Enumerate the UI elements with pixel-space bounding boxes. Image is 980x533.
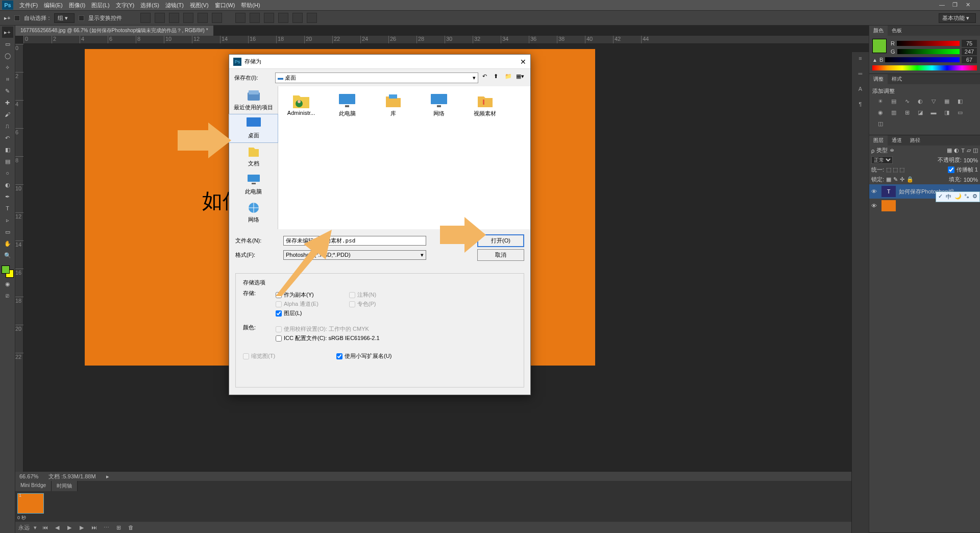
person-icon[interactable]: °ₒ: [965, 193, 969, 201]
blur-tool[interactable]: ○: [2, 167, 13, 179]
lock-all-icon[interactable]: 🔒: [906, 176, 914, 183]
align-icon-3[interactable]: [169, 13, 179, 23]
dist-icon-2[interactable]: [250, 13, 260, 23]
zoom-level[interactable]: 66.67%: [19, 473, 38, 479]
character-icon[interactable]: A: [854, 86, 867, 96]
icc-checkbox[interactable]: [276, 335, 282, 342]
tab-layers[interactable]: 图层: [869, 135, 888, 146]
loop-label[interactable]: 永远: [18, 524, 30, 531]
place-computer[interactable]: 此电脑: [229, 171, 278, 199]
blend-mode-dropdown[interactable]: 正常: [871, 156, 893, 164]
gradient-map-icon[interactable]: ▭: [955, 109, 965, 117]
posterize-icon[interactable]: ▬: [928, 109, 939, 117]
photo-filter-icon[interactable]: ◉: [875, 109, 886, 117]
g-value[interactable]: 247: [962, 48, 977, 55]
dodge-tool[interactable]: ◐: [2, 179, 13, 190]
menu-window[interactable]: 窗口(W): [212, 1, 238, 10]
propagate-checkbox[interactable]: [948, 166, 954, 173]
char-icon[interactable]: ═: [854, 70, 867, 81]
move-tool[interactable]: ▸+: [2, 27, 13, 38]
dist-icon-4[interactable]: [278, 13, 288, 23]
gear-icon[interactable]: ⚙: [972, 193, 977, 201]
filter-adj-icon[interactable]: ◐: [954, 147, 959, 154]
first-frame-icon[interactable]: ⏮: [41, 523, 49, 531]
tab-styles[interactable]: 样式: [888, 74, 906, 84]
g-slider[interactable]: [897, 49, 960, 54]
visibility-icon[interactable]: 👁: [871, 188, 878, 195]
auto-select-dropdown[interactable]: 组 ▾: [54, 13, 75, 23]
mixer-icon[interactable]: ▥: [889, 109, 899, 117]
menu-type[interactable]: 文字(Y): [113, 1, 138, 10]
menu-image[interactable]: 图像(I): [66, 1, 88, 10]
minimize-icon[interactable]: —: [939, 2, 946, 9]
curves-icon[interactable]: ∿: [902, 98, 912, 106]
lock-pos-icon[interactable]: ✢: [900, 176, 904, 183]
gradient-tool[interactable]: ▤: [2, 156, 13, 167]
filter-type-icon[interactable]: T: [961, 148, 965, 154]
menu-help[interactable]: 帮助(H): [238, 1, 263, 10]
color-swatch[interactable]: [872, 39, 887, 53]
workspace-dropdown[interactable]: 基本功能 ▾: [939, 13, 976, 23]
menu-file[interactable]: 文件(F): [16, 1, 41, 10]
b-value[interactable]: 67: [962, 56, 977, 63]
align-icon-2[interactable]: [155, 13, 165, 23]
play-icon[interactable]: ▶: [65, 523, 74, 531]
hue-icon[interactable]: ▦: [942, 98, 952, 106]
dist-icon-1[interactable]: [235, 13, 246, 23]
filter-shape-icon[interactable]: ▱: [967, 147, 971, 154]
tab-channels[interactable]: 通道: [888, 135, 906, 146]
close-icon[interactable]: ✕: [520, 58, 526, 66]
align-icon-5[interactable]: [198, 13, 208, 23]
view-icon[interactable]: ▦▾: [516, 73, 525, 82]
tab-swatches[interactable]: 色板: [888, 26, 906, 36]
wand-tool[interactable]: ✧: [2, 62, 13, 73]
file-item[interactable]: Administr...: [283, 91, 319, 224]
maximize-icon[interactable]: ❐: [952, 2, 960, 9]
brightness-icon[interactable]: ☀: [875, 98, 886, 106]
place-recent[interactable]: 最近使用的项目: [229, 86, 278, 114]
lookup-icon[interactable]: ⊞: [902, 109, 912, 117]
layers-checkbox[interactable]: [276, 310, 282, 317]
shape-tool[interactable]: ▭: [2, 226, 13, 237]
up-icon[interactable]: ⬆: [494, 73, 503, 82]
fill-value[interactable]: 100%: [964, 177, 978, 183]
file-list[interactable]: Administr... 此电脑 库 网络 视频素材: [278, 86, 530, 229]
lock-trans-icon[interactable]: ▦: [886, 176, 891, 183]
close-icon[interactable]: ✕: [966, 2, 973, 9]
back-icon[interactable]: ↶: [482, 73, 492, 82]
selective-icon[interactable]: ◫: [875, 120, 886, 129]
auto-select-checkbox[interactable]: [14, 15, 20, 21]
tab-color[interactable]: 颜色: [869, 26, 888, 36]
exposure-icon[interactable]: ◐: [915, 98, 925, 106]
history-icon[interactable]: ≡: [854, 55, 867, 65]
new-frame-icon[interactable]: ⊞: [114, 523, 122, 531]
tab-timeline[interactable]: 时间轴: [52, 481, 78, 491]
menu-select[interactable]: 选择(S): [137, 1, 162, 10]
ime-toolbar[interactable]: ✓中🌙°ₒ⚙: [936, 191, 980, 202]
paragraph-icon[interactable]: ¶: [854, 101, 867, 111]
lock-pixel-icon[interactable]: ✎: [893, 176, 898, 183]
file-item[interactable]: 库: [375, 91, 411, 224]
dist-icon-6[interactable]: [307, 13, 317, 23]
last-frame-icon[interactable]: ⏭: [90, 523, 98, 531]
levels-icon[interactable]: ▤: [889, 98, 899, 106]
lowercase-ext-checkbox[interactable]: [336, 353, 342, 359]
eraser-tool[interactable]: ◧: [2, 144, 13, 155]
history-tool[interactable]: ↶: [2, 132, 13, 143]
prev-frame-icon[interactable]: ◀: [53, 523, 61, 531]
dist-icon-3[interactable]: [264, 13, 274, 23]
newfolder-icon[interactable]: 📁: [505, 73, 514, 82]
place-documents[interactable]: 文档: [229, 142, 278, 171]
next-frame-icon[interactable]: ▶: [78, 523, 86, 531]
place-desktop[interactable]: 桌面: [229, 114, 278, 142]
file-item[interactable]: 视频素材: [467, 91, 503, 224]
menu-filter[interactable]: 滤镜(T): [162, 1, 187, 10]
menu-edit[interactable]: 编辑(E): [41, 1, 66, 10]
r-value[interactable]: 75: [962, 40, 977, 47]
file-item[interactable]: 此电脑: [329, 91, 365, 224]
tab-adjustments[interactable]: 调整: [869, 74, 888, 84]
dist-icon-5[interactable]: [292, 13, 303, 23]
screenmode-tool[interactable]: ⎚: [2, 290, 13, 301]
stamp-tool[interactable]: ⎍: [2, 120, 13, 132]
foreground-color[interactable]: [2, 265, 10, 274]
